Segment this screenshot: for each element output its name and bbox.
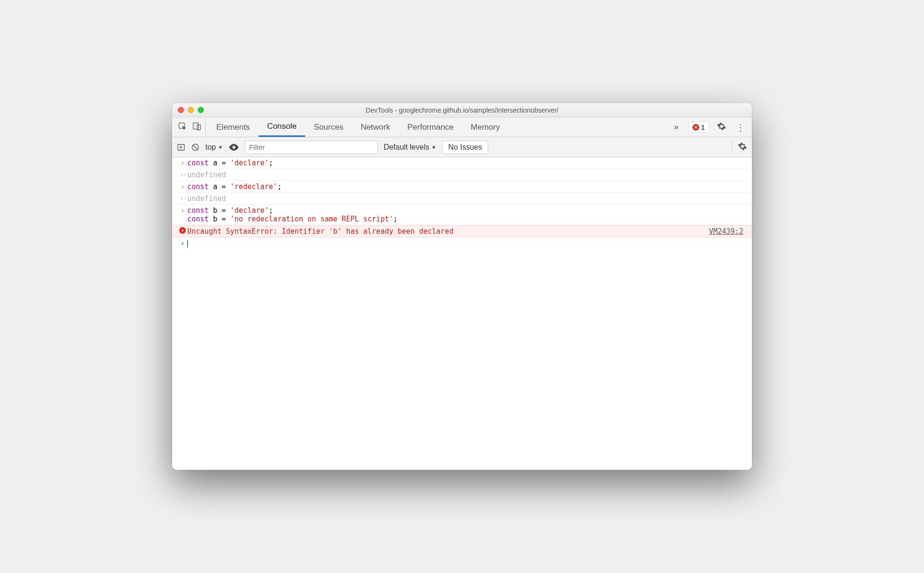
minimize-window-button[interactable] <box>188 107 194 113</box>
console-row: ‹·undefined <box>172 193 752 205</box>
tab-performance[interactable]: Performance <box>399 117 462 137</box>
svg-rect-1 <box>193 123 199 129</box>
tab-network[interactable]: Network <box>352 117 399 137</box>
window-title: DevTools - googlechrome.github.io/sample… <box>172 106 752 114</box>
console-row: ‹·undefined <box>172 169 752 181</box>
kebab-menu-icon[interactable]: ⋮ <box>734 122 747 133</box>
error-count-badge[interactable]: 1 <box>688 122 709 133</box>
error-source-link[interactable]: VM2439:2 <box>709 227 746 236</box>
titlebar: DevTools - googlechrome.github.io/sample… <box>172 103 752 117</box>
toggle-sidebar-icon[interactable] <box>177 143 185 152</box>
maximize-window-button[interactable] <box>198 107 204 113</box>
console-settings-icon[interactable] <box>732 142 747 153</box>
window-controls <box>178 107 204 113</box>
tab-elements[interactable]: Elements <box>208 117 259 137</box>
devtools-window: DevTools - googlechrome.github.io/sample… <box>172 103 752 470</box>
console-row: ›const a = 'declare'; <box>172 157 752 169</box>
live-expression-icon[interactable] <box>229 142 239 153</box>
console-row: ›const b = 'declare'; const b = 'no rede… <box>172 205 752 225</box>
device-toggle-icon[interactable] <box>192 122 202 133</box>
context-selector[interactable]: top <box>205 143 223 152</box>
more-tabs-icon[interactable]: » <box>672 122 681 132</box>
console-toolbar: top Default levels No Issues <box>172 137 752 157</box>
issues-button[interactable]: No Issues <box>442 141 488 154</box>
close-window-button[interactable] <box>178 107 184 113</box>
error-count: 1 <box>701 123 705 131</box>
svg-line-5 <box>193 145 198 149</box>
log-levels-selector[interactable]: Default levels <box>384 143 436 152</box>
console-row: Uncaught SyntaxError: Identifier 'b' has… <box>172 225 752 238</box>
clear-console-icon[interactable] <box>191 143 200 152</box>
tab-memory[interactable]: Memory <box>462 117 508 137</box>
filter-input[interactable] <box>245 141 378 154</box>
settings-icon[interactable] <box>717 122 726 133</box>
panel-tabs: ElementsConsoleSourcesNetworkPerformance… <box>172 117 752 137</box>
console-row: ›const a = 'redeclare'; <box>172 181 752 193</box>
error-icon <box>693 124 699 131</box>
tab-console[interactable]: Console <box>259 117 305 137</box>
console-prompt[interactable]: › <box>172 238 752 249</box>
tab-sources[interactable]: Sources <box>305 117 352 137</box>
console-output[interactable]: ›const a = 'declare';‹·undefined›const a… <box>172 157 752 470</box>
inspect-icon[interactable] <box>178 122 187 133</box>
